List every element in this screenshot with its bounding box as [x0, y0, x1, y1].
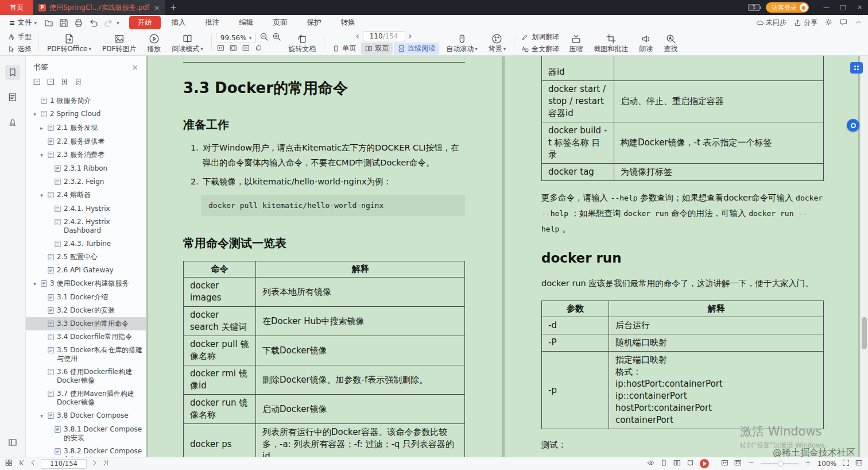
save-button[interactable]: [57, 17, 70, 29]
bookmark-item[interactable]: 2.3.2. Feign: [26, 175, 146, 188]
floating-tool-button[interactable]: [847, 119, 859, 132]
eye-protection-button[interactable]: [647, 459, 654, 468]
presentation-play-button[interactable]: [700, 459, 709, 468]
tab-close-icon[interactable]: ×: [154, 3, 160, 12]
stamp-panel-button[interactable]: [5, 114, 20, 129]
fit-page-button[interactable]: [230, 44, 237, 53]
fit-width-button[interactable]: [217, 44, 224, 53]
tab-comment[interactable]: 批注: [197, 16, 228, 29]
bookmark-item[interactable]: 2.4.1. Hystrix: [26, 202, 146, 215]
hand-tool-button[interactable]: 手型: [5, 32, 34, 43]
play-button[interactable]: 播放: [143, 30, 165, 55]
document-tab[interactable]: P 使用SpringCl...r实战微服务.pdf ×: [33, 0, 165, 15]
fullscreen-button[interactable]: [842, 459, 850, 468]
visitor-login-button[interactable]: 访客登录 ●: [766, 2, 809, 13]
continuous-read-toggle[interactable]: 连续阅读: [394, 43, 439, 55]
bookmark-item[interactable]: 2.2 服务提供者: [26, 135, 146, 148]
bookmark-item[interactable]: ▾2.3 服务消费者: [26, 148, 146, 162]
vertical-scrollbar[interactable]: [860, 56, 868, 457]
page-number-input[interactable]: 110/154: [363, 31, 405, 41]
tab-insert[interactable]: 插入: [163, 16, 195, 29]
settings-button[interactable]: [825, 18, 832, 28]
feedback-button[interactable]: [840, 18, 847, 28]
bookmark-item[interactable]: ▸2.1 服务发现: [26, 121, 146, 135]
home-tab[interactable]: 首页: [0, 0, 33, 15]
last-page-button[interactable]: [102, 459, 110, 468]
minimize-button[interactable]: —: [818, 0, 835, 15]
actual-size-button[interactable]: [242, 44, 250, 53]
tab-edit[interactable]: 编辑: [231, 16, 262, 29]
expand-arrow-icon[interactable]: ▾: [38, 412, 45, 421]
read-mode-button[interactable]: 阅读模式▾: [168, 30, 207, 55]
double-page-view-button[interactable]: [673, 459, 681, 468]
expand-arrow-icon[interactable]: ▾: [32, 110, 38, 119]
bookmark-item[interactable]: 3.2 Docker的安装: [26, 304, 146, 317]
auto-scroll-button[interactable]: 自动滚动▾: [442, 30, 482, 55]
bookmark-item[interactable]: 2.5 配置中心: [26, 251, 146, 264]
bookmark-item[interactable]: 2.6 API Gateway: [26, 264, 146, 277]
add-bookmark-button[interactable]: [61, 78, 68, 87]
bookmark-item[interactable]: 1 微服务简介: [26, 94, 146, 107]
expand-arrow-icon[interactable]: ▾: [38, 191, 45, 200]
apps-launcher-button[interactable]: [850, 62, 863, 74]
bookmark-item[interactable]: 3.5 Docker私有仓库的搭建与使用: [26, 344, 146, 365]
delete-bookmark-button[interactable]: [75, 78, 82, 87]
bookmark-item[interactable]: ▾2 Spring Cloud: [26, 107, 146, 121]
read-aloud-button[interactable]: 朗读: [635, 30, 657, 55]
tab-start[interactable]: 开始: [129, 16, 161, 29]
reset-zoom-button[interactable]: [255, 44, 262, 53]
first-page-button[interactable]: [18, 459, 25, 468]
zoom-out-button[interactable]: [259, 32, 269, 43]
reading-fullscreen-button[interactable]: [855, 459, 863, 468]
bookmark-item[interactable]: ▾3.8 Docker Compose: [26, 409, 146, 423]
full-translate-button[interactable]: 全文翻译: [518, 44, 562, 55]
find-button[interactable]: 查找: [660, 30, 681, 55]
document-area[interactable]: 3.3 Docker的常用命令 准备工作 1.对于Window用户，请点击Kit…: [146, 56, 868, 457]
pdf-to-office-button[interactable]: PDF转Office▾: [43, 30, 95, 55]
expand-arrow-icon[interactable]: ▾: [32, 280, 38, 288]
bookmark-item[interactable]: 3.1 Docker介绍: [26, 291, 146, 304]
collapse-panel-button[interactable]: [5, 435, 20, 450]
fit-page-button-status[interactable]: [734, 459, 742, 468]
zoom-slider[interactable]: [761, 463, 799, 464]
bookmarks-panel-button[interactable]: [5, 65, 20, 80]
new-tab-button[interactable]: +: [165, 2, 181, 13]
share-button[interactable]: 分享: [794, 18, 817, 28]
fit-width-button-status[interactable]: [721, 459, 728, 468]
rotate-document-button[interactable]: 旋转文档: [284, 30, 320, 55]
expand-all-button[interactable]: [33, 78, 41, 87]
single-page-mode-button[interactable]: 单页: [328, 43, 360, 55]
pdf-to-image-button[interactable]: PDF转图片: [98, 30, 140, 55]
thumbnail-panel-button[interactable]: [5, 459, 13, 468]
bookmark-item[interactable]: 3.4 Dockerfile常用指令: [26, 330, 146, 344]
collapse-all-button[interactable]: [47, 78, 55, 87]
bookmark-item[interactable]: 2.3.1 Ribbon: [26, 162, 146, 175]
file-menu[interactable]: ≡ 文件 ▾: [6, 18, 40, 28]
collapse-ribbon-button[interactable]: [855, 18, 862, 28]
select-tool-button[interactable]: 选择: [5, 44, 34, 55]
zoom-slider-thumb[interactable]: [778, 461, 784, 467]
maximize-button[interactable]: □: [835, 0, 851, 15]
word-translate-button[interactable]: 划词翻译: [518, 32, 562, 43]
close-panel-icon[interactable]: ×: [131, 63, 138, 72]
zoom-in-button[interactable]: [272, 32, 281, 43]
tab-page[interactable]: 页面: [265, 16, 296, 29]
double-page-mode-button[interactable]: 双页: [361, 43, 393, 55]
tab-protect[interactable]: 保护: [299, 16, 330, 29]
expand-arrow-icon[interactable]: ▸: [38, 124, 45, 133]
sync-status-button[interactable]: 未同步: [756, 18, 786, 28]
background-button[interactable]: 背景▾: [485, 30, 510, 55]
bookmark-item[interactable]: 2.4.3. Turbine: [26, 237, 146, 251]
next-page-button[interactable]: ›: [409, 32, 412, 40]
snapshot-annotate-button[interactable]: 截图和批注: [590, 30, 632, 55]
status-page-input[interactable]: 110/154: [41, 459, 87, 469]
expand-arrow-icon[interactable]: ▾: [38, 151, 45, 160]
quick-access-caret-icon[interactable]: ▾: [117, 20, 119, 26]
bookmark-item[interactable]: 3.8.1 Docker Compose的安装: [26, 423, 146, 445]
next-page-button-status[interactable]: [91, 459, 98, 468]
bookmark-item[interactable]: 3.8.2 Docker Compose入门示例: [26, 445, 146, 457]
prev-page-button[interactable]: [29, 459, 37, 468]
print-button[interactable]: [72, 17, 85, 29]
previous-page-button[interactable]: ‹: [356, 32, 359, 40]
open-file-button[interactable]: [42, 17, 55, 29]
